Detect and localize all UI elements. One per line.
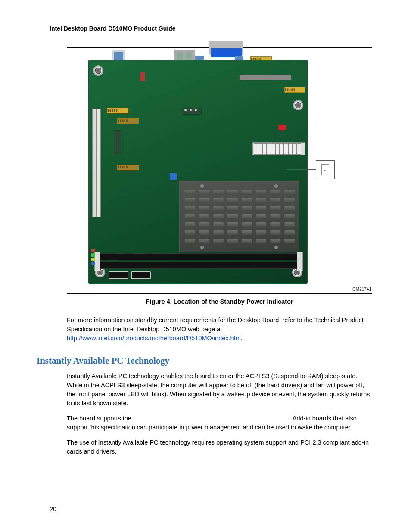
- figure-container: ▮▮▮▮▮ ▮▮▮▮▮ ▮▮▮▮▮ ▮▮▮▮▮ ▮▮▮▮▮ OM21741: [67, 47, 372, 294]
- text: For more information on standby current …: [67, 317, 364, 333]
- page-number: 20: [50, 505, 56, 514]
- figure-reference-id: OM21741: [352, 286, 371, 293]
- motherboard-illustration: ▮▮▮▮▮ ▮▮▮▮▮ ▮▮▮▮▮ ▮▮▮▮▮ ▮▮▮▮▮: [88, 50, 307, 283]
- text: .: [241, 335, 243, 342]
- running-head: Intel Desktop Board D510MO Product Guide: [50, 24, 372, 33]
- body-paragraph: Instantly Available PC technology enable…: [67, 372, 372, 408]
- body-paragraph: The board supports the . Add-in boards t…: [67, 414, 372, 432]
- callout-leader-line: [286, 169, 316, 170]
- body-paragraph: For more information on standby current …: [67, 316, 372, 343]
- standby-power-indicator-callout: [316, 160, 335, 179]
- figure-caption: Figure 4. Location of the Standby Power …: [67, 297, 372, 306]
- product-spec-link[interactable]: http://www.intel.com/products/motherboar…: [67, 335, 241, 342]
- section-heading: Instantly Available PC Technology: [37, 354, 372, 367]
- body-paragraph: The use of Instantly Available PC techno…: [67, 438, 372, 456]
